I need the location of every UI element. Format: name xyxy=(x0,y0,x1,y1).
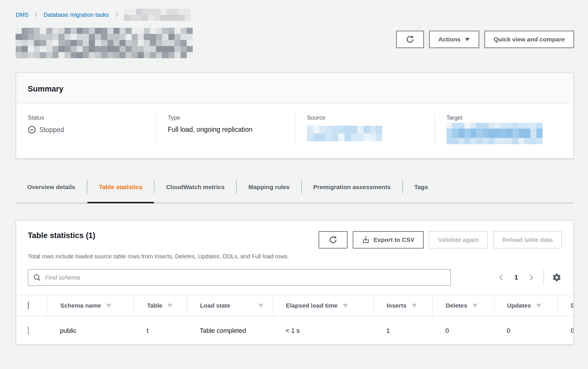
summary-field-source: Source xyxy=(295,114,434,144)
actions-button[interactable]: Actions xyxy=(429,31,479,48)
export-to-csv-label: Export to CSV xyxy=(374,236,414,243)
refresh-icon xyxy=(406,35,414,44)
summary-body: Status Stopped Type Full load, ongoing r… xyxy=(16,104,574,158)
select-all-checkbox[interactable] xyxy=(28,302,29,309)
tab-tags[interactable]: Tags xyxy=(403,176,440,203)
gear-icon xyxy=(552,273,561,282)
schema-search xyxy=(28,269,451,286)
validate-again-label: Validate again xyxy=(438,236,479,243)
table-statistics-actions: Export to CSV Validate again Reload tabl… xyxy=(319,231,562,249)
chevron-left-icon xyxy=(498,274,505,281)
target-value-redacted xyxy=(446,123,543,144)
column-header-load-state[interactable]: Load state xyxy=(187,295,273,316)
reload-table-data-label: Reload table data xyxy=(502,236,553,243)
cell-deletes: 0 xyxy=(433,316,494,344)
summary-title: Summary xyxy=(28,85,562,94)
summary-field-type: Type Full load, ongoing replication xyxy=(156,114,295,144)
column-header-ddls[interactable]: DDLs xyxy=(558,295,574,316)
type-label: Type xyxy=(168,114,284,121)
chevron-right-icon xyxy=(113,12,119,18)
sort-icon[interactable] xyxy=(473,304,477,308)
breadcrumb: DMS Database migration tasks xyxy=(16,0,574,21)
cell-table: t xyxy=(134,316,187,344)
grid-header-row: Schema name Table Load state xyxy=(16,295,574,316)
source-value-redacted xyxy=(307,126,382,141)
page-title-redacted xyxy=(16,28,193,58)
refresh-icon xyxy=(329,235,337,244)
summary-field-status: Status Stopped xyxy=(16,114,156,144)
sort-icon[interactable] xyxy=(412,304,417,308)
stopped-status-icon xyxy=(28,126,36,134)
column-header-updates[interactable]: Updates xyxy=(494,295,558,316)
sort-icon[interactable] xyxy=(343,304,348,308)
find-schema-input[interactable] xyxy=(45,274,446,281)
type-value: Full load, ongoing replication xyxy=(168,126,253,134)
download-icon xyxy=(362,236,370,244)
table-row: public t Table completed < 1 s 1 0 0 0 xyxy=(16,316,574,344)
status-label: Status xyxy=(28,114,144,121)
cell-ddls: 0 xyxy=(558,316,574,344)
next-page-button[interactable] xyxy=(526,273,536,282)
breadcrumb-link-tasks[interactable]: Database migration tasks xyxy=(43,12,109,18)
pagination: 1 xyxy=(497,269,562,286)
cell-updates: 0 xyxy=(494,316,558,344)
sort-icon[interactable] xyxy=(536,304,541,308)
status-value: Stopped xyxy=(39,126,64,134)
cell-schema-name: public xyxy=(47,316,134,344)
page-number[interactable]: 1 xyxy=(514,274,518,281)
page-header: Actions Quick view and compare xyxy=(16,28,574,59)
actions-button-label: Actions xyxy=(438,36,461,43)
breadcrumb-redacted-task-name xyxy=(124,9,191,21)
summary-panel: Summary Status Stopped Type Full load, o… xyxy=(16,72,574,159)
column-header-inserts[interactable]: Inserts xyxy=(374,295,433,316)
pagination-divider xyxy=(543,269,544,286)
table-refresh-button[interactable] xyxy=(319,231,348,249)
chevron-right-icon xyxy=(527,274,535,281)
tab-mapping-rules[interactable]: Mapping rules xyxy=(237,176,301,203)
table-statistics-grid: Schema name Table Load state xyxy=(16,295,574,344)
reload-table-data-button[interactable]: Reload table data xyxy=(493,231,562,249)
chevron-right-icon xyxy=(33,12,39,18)
caret-down-icon xyxy=(465,37,470,41)
validate-again-button[interactable]: Validate again xyxy=(429,231,488,249)
search-icon xyxy=(33,273,41,282)
task-detail-tabs: Overview details Table statistics CloudW… xyxy=(16,176,574,203)
export-to-csv-button[interactable]: Export to CSV xyxy=(353,231,424,249)
tab-cloudwatch-metrics[interactable]: CloudWatch metrics xyxy=(155,176,236,203)
summary-panel-header: Summary xyxy=(16,73,574,104)
cell-inserts: 1 xyxy=(374,316,433,344)
preferences-button[interactable] xyxy=(552,272,562,283)
tab-premigration-assessments[interactable]: Premigration assessments xyxy=(302,176,402,203)
target-label: Target xyxy=(446,114,562,121)
header-actions: Actions Quick view and compare xyxy=(396,31,574,48)
breadcrumb-link-dms[interactable]: DMS xyxy=(16,12,28,18)
column-header-deletes[interactable]: Deletes xyxy=(433,295,494,316)
source-label: Source xyxy=(307,114,423,121)
sort-icon[interactable] xyxy=(106,304,111,308)
row-checkbox[interactable] xyxy=(28,326,29,335)
table-statistics-panel: Table statistics (1) Export to CSV xyxy=(16,220,574,345)
previous-page-button[interactable] xyxy=(497,273,506,282)
sort-icon[interactable] xyxy=(258,304,263,308)
cell-elapsed-load-time: < 1 s xyxy=(273,316,374,344)
quick-view-compare-button[interactable]: Quick view and compare xyxy=(484,31,574,48)
cell-load-state: Table completed xyxy=(187,316,273,344)
summary-field-target: Target xyxy=(434,114,574,144)
quick-view-label: Quick view and compare xyxy=(494,36,565,43)
tab-table-statistics[interactable]: Table statistics xyxy=(87,176,154,203)
column-header-elapsed-load-time[interactable]: Elapsed load time xyxy=(273,295,374,316)
table-statistics-title: Table statistics (1) xyxy=(28,231,95,240)
sort-icon[interactable] xyxy=(168,304,172,308)
column-header-table[interactable]: Table xyxy=(134,295,187,316)
refresh-button[interactable] xyxy=(396,31,424,48)
column-header-schema-name[interactable]: Schema name xyxy=(47,295,134,316)
tab-overview-details[interactable]: Overview details xyxy=(16,176,87,203)
table-statistics-description: Total rows include loaded source table r… xyxy=(28,253,562,260)
